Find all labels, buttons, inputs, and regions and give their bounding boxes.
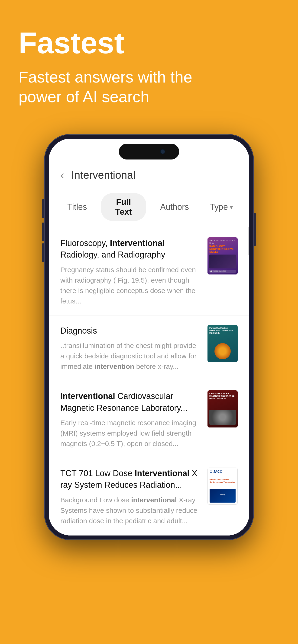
result-title: Fluoroscopy, Interventional Radiology, a…	[60, 238, 200, 261]
book-cover: Fanaroff & Martin's NEONATAL- PERINATAL …	[207, 325, 238, 362]
result-title: Interventional Cardiovascular Magnetic R…	[60, 390, 200, 414]
hero-section: Fastest Fastest answers with the power o…	[0, 0, 298, 120]
result-text: Interventional Cardiovascular Magnetic R…	[60, 390, 200, 449]
hero-title: Fastest	[19, 28, 279, 58]
result-snippet: Background Low dose interventional X-ray…	[60, 495, 200, 526]
search-header-title: Interventional	[71, 169, 135, 181]
cover-image	[209, 410, 236, 425]
cover-top: ⊙ JACC	[210, 470, 235, 474]
dynamic-island-pill	[119, 144, 179, 160]
result-text: Diagnosis ..transillumination of the che…	[60, 325, 200, 372]
result-text: TCT-701 Low Dose Interventional X-ray Sy…	[60, 468, 200, 526]
phone-screen: ‹ Interventional Titles Full Text Author…	[49, 139, 249, 536]
result-title: Diagnosis	[60, 325, 200, 336]
cover-series: ⬤ THE REQUISITES	[209, 270, 236, 272]
front-camera	[160, 149, 165, 154]
result-text: Fluoroscopy, Interventional Radiology, a…	[60, 238, 200, 306]
result-snippet: Early real-time magnetic resonance imagi…	[60, 418, 200, 449]
cover-title: CARDIOVASCULAR MAGNETIC RESONANCE HEART …	[209, 392, 236, 400]
cover-title: Fanaroff & Martin's NEONATAL- PERINATAL …	[209, 327, 236, 334]
result-snippet: ..transillumination of the chest might p…	[60, 340, 200, 372]
back-button[interactable]: ‹	[60, 169, 64, 181]
tab-type-label: Type	[210, 202, 228, 212]
result-item[interactable]: Fluoroscopy, Interventional Radiology, a…	[49, 228, 249, 316]
results-list: Fluoroscopy, Interventional Radiology, a…	[49, 228, 249, 536]
app-header: ‹ Interventional	[49, 162, 249, 186]
hero-subtitle: Fastest answers with the power of AI sea…	[19, 67, 209, 107]
book-cover: ⊙ JACC tct2017 Transcatheter Cardiovascu…	[207, 468, 238, 505]
scrollbar[interactable]	[248, 227, 249, 255]
tab-fulltext[interactable]: Full Text	[101, 193, 146, 221]
tab-titles[interactable]: Titles	[58, 198, 96, 216]
jacc-logo: ⊙ JACC	[210, 470, 222, 474]
phone-mockup: ‹ Interventional Titles Full Text Author…	[0, 120, 298, 540]
dropdown-arrow-icon: ▾	[230, 203, 233, 211]
phone-outer-frame: ‹ Interventional Titles Full Text Author…	[45, 134, 253, 540]
cover-image: TCT	[210, 489, 235, 502]
app-content: ‹ Interventional Titles Full Text Author…	[49, 162, 249, 536]
result-item[interactable]: Diagnosis ..transillumination of the che…	[49, 316, 249, 381]
cover-title: tct2017 Transcatheter Cardiovascular The…	[210, 479, 235, 483]
result-title: TCT-701 Low Dose Interventional X-ray Sy…	[60, 468, 200, 491]
cover-image	[209, 254, 236, 268]
result-item[interactable]: Interventional Cardiovascular Magnetic R…	[49, 381, 249, 458]
cover-title: RADIOLOGY NONINTERPRETIVE SKILLS	[209, 245, 236, 253]
dynamic-island-area	[49, 139, 249, 162]
cover-image	[214, 343, 231, 359]
result-item[interactable]: TCT-701 Low Dose Interventional X-ray Sy…	[49, 458, 249, 536]
cover-author: VAN & BELLERY NICHOLS SHAH	[209, 239, 236, 244]
tab-type[interactable]: Type ▾	[203, 198, 240, 216]
search-tabs: Titles Full Text Authors Type ▾	[49, 186, 249, 228]
book-cover: VAN & BELLERY NICHOLS SHAH RADIOLOGY NON…	[207, 238, 238, 274]
result-snippet: Pregnancy status should be confirmed eve…	[60, 264, 200, 306]
tab-authors[interactable]: Authors	[151, 198, 198, 216]
book-cover: CARDIOVASCULAR MAGNETIC RESONANCE HEART …	[207, 390, 238, 428]
